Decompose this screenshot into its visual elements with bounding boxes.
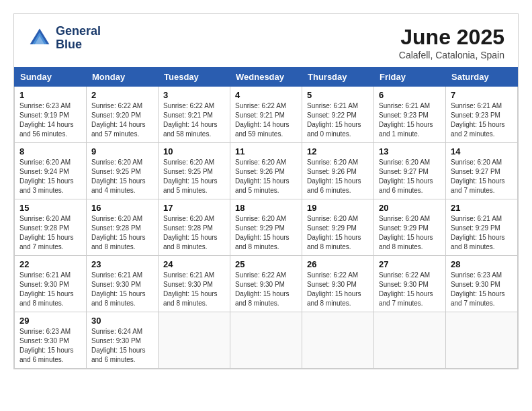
day-number: 5 bbox=[307, 90, 369, 100]
day-info: Sunrise: 6:23 AMSunset: 9:30 PMDaylight:… bbox=[19, 328, 74, 363]
day-number: 3 bbox=[163, 90, 225, 100]
table-row: 24Sunrise: 6:21 AMSunset: 9:30 PMDayligh… bbox=[159, 256, 230, 312]
day-info: Sunrise: 6:20 AMSunset: 9:27 PMDaylight:… bbox=[379, 158, 433, 194]
table-row: 7Sunrise: 6:21 AMSunset: 9:23 PMDaylight… bbox=[446, 87, 518, 143]
day-info: Sunrise: 6:22 AMSunset: 9:30 PMDaylight:… bbox=[235, 271, 290, 307]
table-row: 29Sunrise: 6:23 AMSunset: 9:30 PMDayligh… bbox=[15, 312, 87, 369]
table-row bbox=[302, 312, 374, 369]
day-info: Sunrise: 6:21 AMSunset: 9:23 PMDaylight:… bbox=[379, 102, 433, 138]
day-info: Sunrise: 6:21 AMSunset: 9:23 PMDaylight:… bbox=[451, 102, 505, 138]
day-number: 19 bbox=[307, 203, 369, 213]
day-info: Sunrise: 6:20 AMSunset: 9:25 PMDaylight:… bbox=[163, 158, 218, 194]
col-sunday: Sunday bbox=[15, 68, 87, 87]
table-row: 13Sunrise: 6:20 AMSunset: 9:27 PMDayligh… bbox=[374, 143, 446, 199]
day-info: Sunrise: 6:20 AMSunset: 9:28 PMDaylight:… bbox=[91, 215, 146, 250]
day-number: 17 bbox=[163, 203, 225, 213]
table-row: 17Sunrise: 6:20 AMSunset: 9:28 PMDayligh… bbox=[159, 199, 230, 256]
logo: General Blue bbox=[28, 25, 101, 52]
table-row: 11Sunrise: 6:20 AMSunset: 9:26 PMDayligh… bbox=[230, 143, 302, 199]
day-number: 10 bbox=[163, 146, 225, 156]
calendar-week-row: 8Sunrise: 6:20 AMSunset: 9:24 PMDaylight… bbox=[15, 143, 518, 199]
day-info: Sunrise: 6:20 AMSunset: 9:29 PMDaylight:… bbox=[379, 215, 433, 250]
calendar-week-row: 22Sunrise: 6:21 AMSunset: 9:30 PMDayligh… bbox=[15, 256, 518, 312]
table-row: 21Sunrise: 6:21 AMSunset: 9:29 PMDayligh… bbox=[446, 199, 518, 256]
col-tuesday: Tuesday bbox=[159, 68, 230, 87]
col-saturday: Saturday bbox=[446, 68, 518, 87]
day-number: 20 bbox=[379, 203, 441, 213]
table-row: 22Sunrise: 6:21 AMSunset: 9:30 PMDayligh… bbox=[15, 256, 87, 312]
day-info: Sunrise: 6:20 AMSunset: 9:28 PMDaylight:… bbox=[19, 215, 74, 250]
day-info: Sunrise: 6:22 AMSunset: 9:30 PMDaylight:… bbox=[379, 271, 433, 307]
table-row: 2Sunrise: 6:22 AMSunset: 9:20 PMDaylight… bbox=[87, 87, 159, 143]
day-number: 29 bbox=[19, 316, 81, 326]
day-number: 6 bbox=[379, 90, 441, 100]
day-info: Sunrise: 6:21 AMSunset: 9:30 PMDaylight:… bbox=[91, 271, 146, 307]
table-row: 18Sunrise: 6:20 AMSunset: 9:29 PMDayligh… bbox=[230, 199, 302, 256]
day-info: Sunrise: 6:21 AMSunset: 9:30 PMDaylight:… bbox=[19, 271, 74, 307]
logo-line2: Blue bbox=[56, 38, 82, 51]
col-thursday: Thursday bbox=[302, 68, 374, 87]
day-number: 27 bbox=[379, 259, 441, 269]
table-row: 10Sunrise: 6:20 AMSunset: 9:25 PMDayligh… bbox=[159, 143, 230, 199]
day-number: 7 bbox=[451, 90, 513, 100]
calendar-header-row: Sunday Monday Tuesday Wednesday Thursday… bbox=[15, 68, 518, 87]
table-row: 19Sunrise: 6:20 AMSunset: 9:29 PMDayligh… bbox=[302, 199, 374, 256]
table-row: 23Sunrise: 6:21 AMSunset: 9:30 PMDayligh… bbox=[87, 256, 159, 312]
day-number: 2 bbox=[91, 90, 153, 100]
calendar-week-row: 29Sunrise: 6:23 AMSunset: 9:30 PMDayligh… bbox=[15, 312, 518, 369]
day-info: Sunrise: 6:21 AMSunset: 9:22 PMDaylight:… bbox=[307, 102, 361, 138]
location: Calafell, Catalonia, Spain bbox=[399, 50, 504, 60]
day-info: Sunrise: 6:22 AMSunset: 9:20 PMDaylight:… bbox=[91, 102, 146, 138]
table-row bbox=[446, 312, 518, 369]
day-number: 12 bbox=[307, 146, 369, 156]
calendar-week-row: 1Sunrise: 6:23 AMSunset: 9:19 PMDaylight… bbox=[15, 87, 518, 143]
day-info: Sunrise: 6:24 AMSunset: 9:30 PMDaylight:… bbox=[91, 328, 146, 363]
day-number: 13 bbox=[379, 146, 441, 156]
table-row: 28Sunrise: 6:23 AMSunset: 9:30 PMDayligh… bbox=[446, 256, 518, 312]
day-info: Sunrise: 6:20 AMSunset: 9:24 PMDaylight:… bbox=[19, 158, 74, 194]
day-number: 28 bbox=[451, 259, 513, 269]
day-info: Sunrise: 6:20 AMSunset: 9:29 PMDaylight:… bbox=[307, 215, 361, 250]
table-row: 8Sunrise: 6:20 AMSunset: 9:24 PMDaylight… bbox=[15, 143, 87, 199]
table-row: 12Sunrise: 6:20 AMSunset: 9:26 PMDayligh… bbox=[302, 143, 374, 199]
day-info: Sunrise: 6:21 AMSunset: 9:29 PMDaylight:… bbox=[451, 215, 505, 250]
title-block: June 2025 Calafell, Catalonia, Spain bbox=[399, 25, 504, 60]
day-info: Sunrise: 6:22 AMSunset: 9:21 PMDaylight:… bbox=[235, 102, 290, 138]
day-info: Sunrise: 6:20 AMSunset: 9:28 PMDaylight:… bbox=[163, 215, 218, 250]
day-info: Sunrise: 6:22 AMSunset: 9:30 PMDaylight:… bbox=[307, 271, 361, 307]
table-row: 30Sunrise: 6:24 AMSunset: 9:30 PMDayligh… bbox=[87, 312, 159, 369]
calendar-week-row: 15Sunrise: 6:20 AMSunset: 9:28 PMDayligh… bbox=[15, 199, 518, 256]
day-info: Sunrise: 6:20 AMSunset: 9:26 PMDaylight:… bbox=[307, 158, 361, 194]
day-number: 15 bbox=[19, 203, 81, 213]
logo-text: General Blue bbox=[56, 25, 101, 52]
logo-line1: General bbox=[56, 24, 101, 38]
table-row: 20Sunrise: 6:20 AMSunset: 9:29 PMDayligh… bbox=[374, 199, 446, 256]
calendar-table: Sunday Monday Tuesday Wednesday Thursday… bbox=[14, 67, 518, 369]
day-number: 26 bbox=[307, 259, 369, 269]
day-info: Sunrise: 6:20 AMSunset: 9:26 PMDaylight:… bbox=[235, 158, 290, 194]
day-number: 22 bbox=[19, 259, 81, 269]
day-number: 11 bbox=[235, 146, 297, 156]
day-info: Sunrise: 6:20 AMSunset: 9:29 PMDaylight:… bbox=[235, 215, 290, 250]
table-row bbox=[374, 312, 446, 369]
table-row: 26Sunrise: 6:22 AMSunset: 9:30 PMDayligh… bbox=[302, 256, 374, 312]
col-wednesday: Wednesday bbox=[230, 68, 302, 87]
day-number: 21 bbox=[451, 203, 513, 213]
day-number: 14 bbox=[451, 146, 513, 156]
day-number: 25 bbox=[235, 259, 297, 269]
table-row: 14Sunrise: 6:20 AMSunset: 9:27 PMDayligh… bbox=[446, 143, 518, 199]
day-number: 16 bbox=[91, 203, 153, 213]
logo-icon bbox=[28, 26, 52, 50]
table-row: 15Sunrise: 6:20 AMSunset: 9:28 PMDayligh… bbox=[15, 199, 87, 256]
table-row: 6Sunrise: 6:21 AMSunset: 9:23 PMDaylight… bbox=[374, 87, 446, 143]
col-friday: Friday bbox=[374, 68, 446, 87]
table-row bbox=[159, 312, 230, 369]
day-info: Sunrise: 6:23 AMSunset: 9:30 PMDaylight:… bbox=[451, 271, 505, 307]
day-info: Sunrise: 6:21 AMSunset: 9:30 PMDaylight:… bbox=[163, 271, 218, 307]
table-row: 9Sunrise: 6:20 AMSunset: 9:25 PMDaylight… bbox=[87, 143, 159, 199]
table-row: 5Sunrise: 6:21 AMSunset: 9:22 PMDaylight… bbox=[302, 87, 374, 143]
day-number: 30 bbox=[91, 316, 153, 326]
month-year: June 2025 bbox=[399, 25, 504, 50]
table-row: 1Sunrise: 6:23 AMSunset: 9:19 PMDaylight… bbox=[15, 87, 87, 143]
day-info: Sunrise: 6:23 AMSunset: 9:19 PMDaylight:… bbox=[19, 102, 74, 138]
